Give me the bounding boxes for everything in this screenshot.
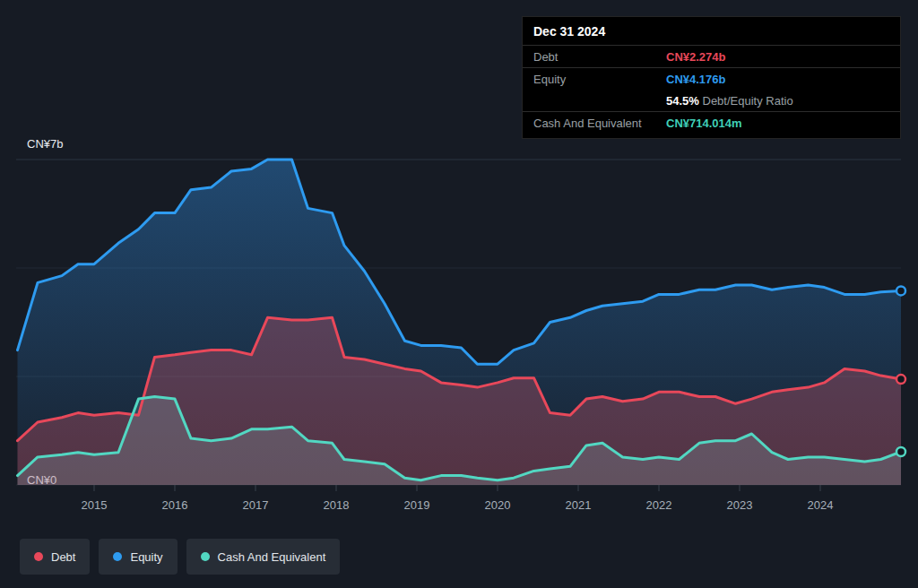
cash-dot-icon xyxy=(201,552,210,561)
x-axis: 2015201620172018201920202021202220232024 xyxy=(16,498,901,514)
tooltip-debt-label: Debt xyxy=(533,50,666,64)
tooltip-cash-value: CN¥714.014m xyxy=(666,117,889,130)
chart-tooltip: Dec 31 2024 Debt CN¥2.274b Equity CN¥4.1… xyxy=(522,16,901,139)
tooltip-ratio-value: 54.5% xyxy=(666,94,699,108)
tooltip-date: Dec 31 2024 xyxy=(523,17,900,45)
tooltip-row-ratio: 54.5% Debt/Equity Ratio xyxy=(523,90,900,111)
tooltip-equity-value: CN¥4.176b xyxy=(666,73,889,86)
x-axis-label-2021: 2021 xyxy=(557,498,600,512)
legend-label-cash: Cash And Equivalent xyxy=(218,550,326,564)
x-axis-label-2020: 2020 xyxy=(476,498,519,512)
x-axis-label-2017: 2017 xyxy=(234,498,277,512)
tooltip-cash-label: Cash And Equivalent xyxy=(533,117,666,130)
endpoint-marker-cash-and-equivalent[interactable] xyxy=(896,447,905,456)
x-axis-label-2016: 2016 xyxy=(153,498,196,512)
equity-dot-icon xyxy=(113,552,122,561)
chart-canvas[interactable] xyxy=(16,143,901,495)
legend-item-equity[interactable]: Equity xyxy=(99,539,177,575)
debt-equity-history-chart: CN¥7b CN¥0 20152016201720182019202020212… xyxy=(0,0,918,588)
legend-label-debt: Debt xyxy=(51,550,75,564)
debt-dot-icon xyxy=(34,552,43,561)
tooltip-row-debt: Debt CN¥2.274b xyxy=(523,46,900,67)
x-axis-label-2022: 2022 xyxy=(637,498,680,512)
x-axis-label-2015: 2015 xyxy=(73,498,116,512)
tooltip-ratio-label: Debt/Equity Ratio xyxy=(703,94,793,108)
x-axis-label-2023: 2023 xyxy=(718,498,761,512)
tooltip-row-equity: Equity CN¥4.176b xyxy=(523,68,900,90)
legend-label-equity: Equity xyxy=(130,550,162,564)
x-axis-label-2019: 2019 xyxy=(395,498,438,512)
legend-item-cash[interactable]: Cash And Equivalent xyxy=(186,539,341,575)
x-axis-label-2018: 2018 xyxy=(315,498,358,512)
tooltip-row-cash: Cash And Equivalent CN¥714.014m xyxy=(523,112,900,138)
tooltip-ratio: 54.5% Debt/Equity Ratio xyxy=(666,94,889,108)
chart-plot-area[interactable] xyxy=(16,143,901,495)
tooltip-debt-value: CN¥2.274b xyxy=(666,50,889,64)
endpoint-marker-debt[interactable] xyxy=(896,375,905,384)
endpoint-marker-equity[interactable] xyxy=(896,286,905,295)
chart-legend: Debt Equity Cash And Equivalent xyxy=(20,539,340,575)
legend-item-debt[interactable]: Debt xyxy=(20,539,90,575)
tooltip-equity-label: Equity xyxy=(533,73,666,86)
x-axis-label-2024: 2024 xyxy=(799,498,842,512)
